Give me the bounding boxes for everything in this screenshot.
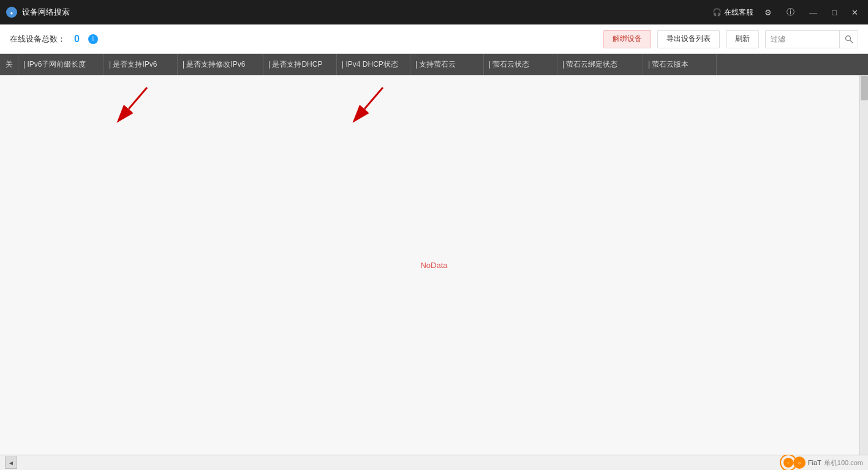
info-icon[interactable]: ⓘ	[783, 6, 798, 19]
th-checkbox: 关	[0, 54, 18, 75]
headphone-icon: 🎧	[712, 8, 722, 17]
th-ipv6prefix: | IPv6子网前缀长度	[18, 54, 104, 75]
title-bar-left: ● 设备网络搜索	[6, 7, 70, 18]
maximize-button[interactable]: □	[828, 7, 840, 18]
scrollbar[interactable]	[859, 75, 868, 455]
th-supportipv6: | 是否支持IPv6	[104, 54, 178, 75]
svg-text:●: ●	[10, 10, 13, 16]
status-left: ◄	[5, 457, 17, 469]
svg-line-6	[129, 88, 147, 109]
watermark-site: 单机100.com	[824, 458, 863, 468]
th-dhcp: | 是否支持DHCP	[263, 54, 337, 75]
filter-box	[765, 30, 858, 48]
table-body: NoData	[0, 75, 868, 455]
minimize-button[interactable]: —	[806, 7, 821, 18]
close-button[interactable]: ✕	[848, 7, 862, 18]
svg-line-3	[850, 40, 853, 43]
activate-button[interactable]: 解绑设备	[603, 30, 651, 48]
toolbar: 在线设备总数： 0 i 解绑设备 导出设备列表 刷新	[0, 24, 868, 54]
watermark: + ○ FiaT 单机100.com	[780, 454, 863, 470]
svg-line-7	[364, 88, 383, 109]
refresh-button[interactable]: 刷新	[726, 30, 759, 48]
status-bar: ◄ + ○ FiaT 单机100.com	[0, 455, 868, 470]
th-hikbind: | 萤石云绑定状态	[557, 54, 643, 75]
online-count-value: 0	[74, 34, 80, 45]
th-hikstatus: | 萤石云状态	[484, 54, 557, 75]
title-bar-right: 🎧 在线客服 ⚙ ⓘ — □ ✕	[712, 6, 862, 19]
watermark-logo: + ○	[780, 454, 806, 470]
filter-input[interactable]	[766, 31, 839, 48]
search-icon	[845, 35, 853, 43]
th-ipv4dhcp: | IPv4 DHCP状态	[337, 54, 410, 75]
window-title: 设备网络搜索	[22, 7, 70, 18]
th-hikversion: | 萤石云版本	[643, 54, 717, 75]
count-info-icon[interactable]: i	[88, 34, 98, 44]
title-bar: ● 设备网络搜索 🎧 在线客服 ⚙ ⓘ — □ ✕	[0, 0, 868, 24]
th-hik: | 支持萤石云	[410, 54, 484, 75]
status-right: + ○ FiaT 单机100.com	[780, 454, 863, 470]
watermark-text: FiaT	[808, 459, 821, 466]
filter-search-button[interactable]	[839, 30, 858, 48]
scrollbar-thumb[interactable]	[861, 76, 868, 100]
online-count-label: 在线设备总数：	[10, 34, 66, 45]
table-header: 关 | IPv6子网前缀长度 | 是否支持IPv6 | 是否支持修改IPv6 |…	[0, 54, 868, 75]
th-modifyipv6: | 是否支持修改IPv6	[178, 54, 263, 75]
app-icon: ●	[6, 7, 17, 18]
export-button[interactable]: 导出设备列表	[657, 30, 720, 48]
service-label: 在线客服	[724, 7, 753, 18]
online-service-button[interactable]: 🎧 在线客服	[712, 7, 753, 18]
no-data-label: NoData	[420, 261, 447, 270]
second-circle: ○	[793, 457, 806, 469]
inner-circle: +	[783, 458, 793, 468]
svg-point-2	[845, 35, 850, 40]
nav-left-button[interactable]: ◄	[5, 457, 17, 469]
settings-icon[interactable]: ⚙	[761, 7, 776, 18]
